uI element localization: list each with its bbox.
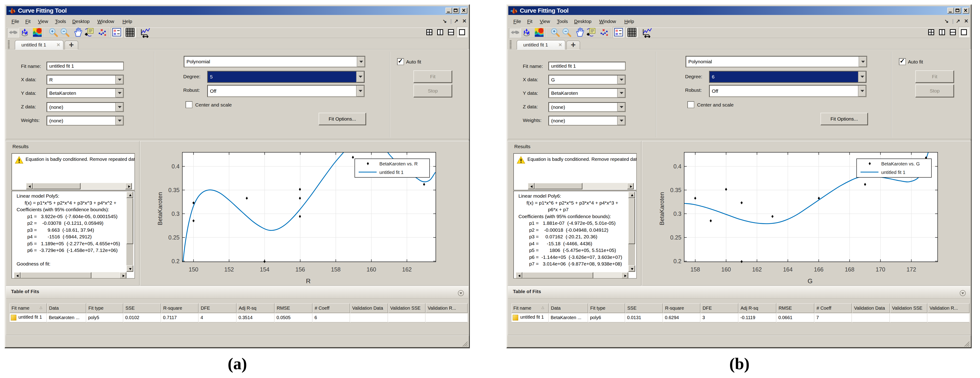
svg-text:168: 168 bbox=[845, 266, 854, 273]
svg-text:0.25: 0.25 bbox=[670, 234, 681, 241]
svg-text:0.3: 0.3 bbox=[673, 211, 681, 217]
svg-text:150: 150 bbox=[189, 266, 199, 273]
svg-text:162: 162 bbox=[402, 266, 412, 273]
svg-text:156: 156 bbox=[295, 266, 305, 273]
svg-text:R: R bbox=[306, 278, 310, 284]
svg-text:160: 160 bbox=[721, 266, 731, 273]
svg-text:158: 158 bbox=[331, 266, 341, 273]
svg-text:untitled fit 1: untitled fit 1 bbox=[881, 170, 905, 175]
svg-text:0.3: 0.3 bbox=[172, 211, 180, 217]
svg-text:160: 160 bbox=[366, 266, 376, 273]
svg-text:172: 172 bbox=[907, 266, 916, 273]
svg-text:164: 164 bbox=[783, 266, 792, 273]
svg-text:BetaKaroten vs. G: BetaKaroten vs. G bbox=[881, 161, 920, 166]
svg-text:154: 154 bbox=[260, 266, 270, 273]
svg-text:152: 152 bbox=[224, 266, 234, 273]
svg-text:0.25: 0.25 bbox=[168, 234, 180, 241]
svg-text:0.35: 0.35 bbox=[168, 187, 180, 193]
svg-text:BetaKaroten: BetaKaroten bbox=[659, 192, 665, 226]
svg-text:0.2: 0.2 bbox=[172, 258, 180, 264]
svg-text:−: − bbox=[62, 29, 65, 34]
svg-text:0.35: 0.35 bbox=[670, 187, 681, 193]
svg-text:+: + bbox=[553, 29, 555, 34]
svg-text:0.4: 0.4 bbox=[172, 163, 180, 170]
svg-text:0.4: 0.4 bbox=[673, 163, 681, 170]
svg-text:166: 166 bbox=[814, 266, 824, 273]
svg-text:BetaKaroten: BetaKaroten bbox=[156, 192, 164, 226]
svg-text:untitled fit 1: untitled fit 1 bbox=[379, 170, 404, 175]
svg-text:+: + bbox=[51, 29, 54, 34]
svg-text:170: 170 bbox=[876, 266, 885, 273]
svg-text:158: 158 bbox=[690, 266, 700, 273]
svg-text:−: − bbox=[564, 29, 567, 34]
svg-text:BetaKaroten vs. R: BetaKaroten vs. R bbox=[379, 161, 418, 166]
svg-text:162: 162 bbox=[752, 266, 762, 273]
svg-text:G: G bbox=[808, 278, 813, 284]
svg-text:0.2: 0.2 bbox=[673, 258, 681, 264]
